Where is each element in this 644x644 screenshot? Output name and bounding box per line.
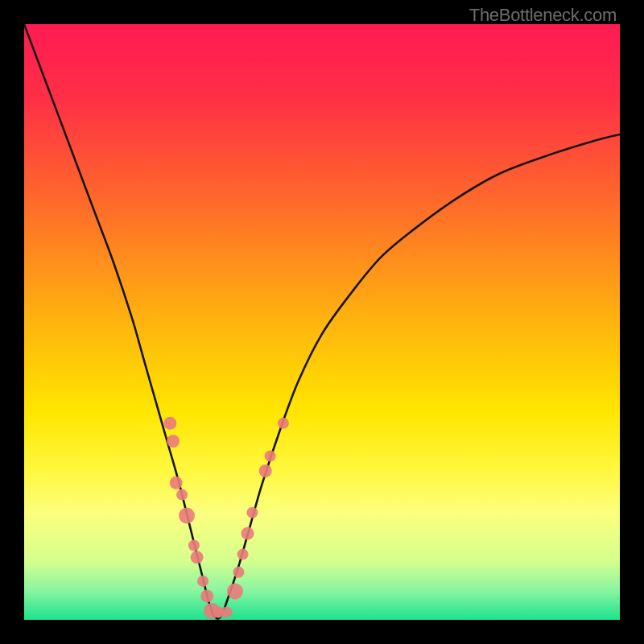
data-dots <box>163 417 289 619</box>
data-point <box>179 508 195 524</box>
data-point <box>188 540 200 551</box>
bottleneck-curve <box>24 24 620 619</box>
data-point <box>200 589 213 602</box>
data-point <box>167 435 180 448</box>
data-point <box>259 464 272 477</box>
curve-layer <box>24 24 620 620</box>
chart-frame: TheBottleneck.com <box>0 0 644 644</box>
data-point <box>221 606 233 617</box>
data-point <box>197 576 208 587</box>
data-point <box>242 527 254 540</box>
plot-area <box>24 24 620 620</box>
data-point <box>170 477 183 489</box>
data-point <box>227 584 243 600</box>
watermark-text: TheBottleneck.com <box>469 5 617 26</box>
data-point <box>176 489 188 501</box>
data-point <box>191 551 204 564</box>
data-point <box>278 418 289 429</box>
data-point <box>237 549 249 560</box>
data-point <box>265 451 276 462</box>
data-point <box>233 567 244 578</box>
data-point <box>246 507 258 518</box>
data-point <box>163 417 176 430</box>
